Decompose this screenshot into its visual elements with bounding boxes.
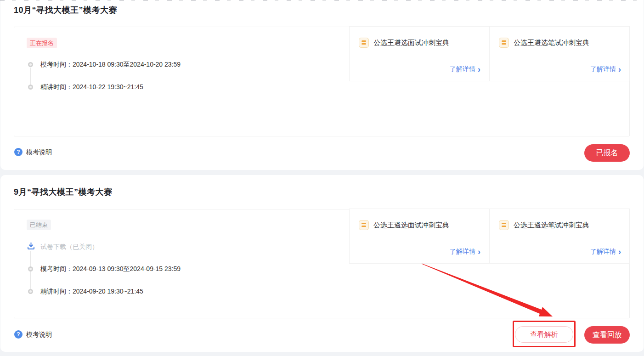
timeline-dot — [28, 85, 33, 90]
promo-link-label: 了解详情 — [590, 248, 616, 256]
promo-card-interview: 公选王遴选面试冲刺宝典 了解详情 › — [349, 26, 489, 81]
promo-details-link[interactable]: 了解详情 › — [450, 65, 480, 73]
promo-card-written: 公选王遴选笔试冲刺宝典 了解详情 › — [489, 26, 630, 81]
lecture-time-text: 精讲时间：2024-10-22 19:30~21:45 — [40, 83, 143, 91]
question-mark-icon[interactable]: ? — [14, 148, 23, 156]
section-title-october: 10月“寻找大模王”模考大赛 — [14, 5, 117, 16]
timeline-dot — [28, 289, 33, 294]
view-replay-button[interactable]: 查看回放 — [584, 326, 630, 344]
exam-instructions-link[interactable]: 模考说明 — [26, 148, 52, 156]
promo-link-label: 了解详情 — [450, 248, 475, 256]
book-list-icon — [359, 38, 369, 48]
registered-button[interactable]: 已报名 — [584, 144, 630, 162]
promo-title: 公选王遴选笔试冲刺宝典 — [514, 221, 589, 230]
chevron-right-icon: › — [478, 66, 480, 73]
promo-card-interview: 公选王遴选面试冲刺宝典 了解详情 › — [349, 209, 489, 264]
promo-link-label: 了解详情 — [590, 65, 616, 73]
timeline-dot — [28, 62, 33, 67]
chevron-right-icon: › — [618, 66, 621, 73]
book-list-icon — [499, 220, 509, 230]
paper-download-link-disabled: 试卷下载（已关闭） — [40, 243, 98, 251]
exam-time-text: 模考时间：2024-09-13 09:30至2024-09-15 23:59 — [40, 265, 181, 273]
promo-link-label: 了解详情 — [450, 65, 475, 73]
timeline-dot — [28, 266, 33, 271]
exam-time-text: 模考时间：2024-10-18 09:30至2024-10-20 23:59 — [40, 61, 181, 69]
book-list-icon — [359, 220, 369, 230]
section-title-september: 9月“寻找大模王”模考大赛 — [14, 186, 113, 198]
status-badge-registering: 正在报名 — [27, 38, 57, 48]
chevron-right-icon: › — [618, 249, 621, 255]
promo-title: 公选王遴选面试冲刺宝典 — [373, 221, 449, 230]
promo-details-link[interactable]: 了解详情 › — [450, 248, 480, 256]
promo-card-written: 公选王遴选笔试冲刺宝典 了解详情 › — [489, 209, 630, 264]
page: 10月“寻找大模王”模考大赛 正在报名 模考时间：2024-10-18 09:3… — [0, 0, 644, 356]
clipped-text-artifact — [0, 0, 644, 1]
chevron-right-icon: › — [478, 249, 480, 255]
question-mark-icon[interactable]: ? — [14, 330, 23, 339]
view-analysis-button[interactable]: 查看解析 — [515, 326, 573, 343]
promo-details-link[interactable]: 了解详情 › — [590, 248, 621, 256]
promo-title: 公选王遴选笔试冲刺宝典 — [514, 39, 589, 47]
status-badge-ended: 已结束 — [27, 220, 51, 230]
book-list-icon — [499, 38, 509, 48]
exam-instructions-link[interactable]: 模考说明 — [26, 330, 52, 339]
promo-details-link[interactable]: 了解详情 › — [590, 65, 621, 73]
lecture-time-text: 精讲时间：2024-09-20 19:30~21:45 — [40, 288, 143, 296]
timeline-connector — [30, 68, 31, 85]
promo-title: 公选王遴选面试冲刺宝典 — [373, 39, 449, 47]
download-icon — [27, 242, 35, 250]
